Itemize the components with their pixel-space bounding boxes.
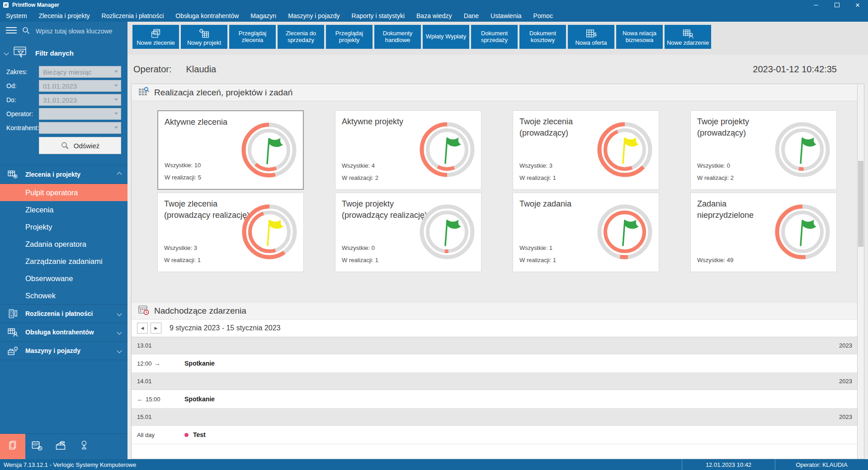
nav-group-rozliczenia-i-p-atno-ci[interactable]: Rozliczenia i płatności [0, 305, 127, 323]
filter-field-value: 31.01.2023 [43, 96, 77, 104]
toolbar-button-label: Dokument sprzedaży [472, 30, 517, 43]
close-button[interactable]: ✕ [847, 0, 868, 10]
menu-item-maszyny-i-pojazdy[interactable]: Maszyny i pojazdy [282, 10, 345, 22]
minimize-button[interactable] [806, 0, 826, 10]
toolbar-button-nowe-zdarzenie[interactable]: Nowe zdarzenie [665, 25, 711, 49]
dashboard-card-twoje-zlecenia-prowadz-cy-realizacj[interactable]: Twoje zlecenia (prowadzący realizację) W… [157, 193, 304, 272]
nav-group-obs-uga-kontrahent-w[interactable]: Obsługa kontrahentów [0, 323, 127, 342]
search-input[interactable] [35, 27, 122, 35]
warehouse-tab[interactable] [49, 434, 72, 459]
svg-text:$: $ [594, 32, 597, 37]
sidebar-item-zadania-operatora[interactable]: Zadania operatora [0, 235, 127, 253]
toolbar-button-nowa-relacja-biznesowa[interactable]: Nowa relacja biznesowa [616, 25, 663, 49]
filter-field-od-select[interactable]: 01.01.2023 [39, 80, 121, 92]
events-week-nav: ◀ ▶ 9 stycznia 2023 - 15 stycznia 2023 [132, 320, 864, 337]
filter-field-kontrahent-select[interactable] [39, 122, 121, 134]
toolbar-button-nowy-projekt[interactable]: Nowy projekt [181, 25, 227, 49]
sidebar-bottom-tabs [0, 433, 127, 459]
toolbar-button-dokumenty-handlowe[interactable]: Dokumenty handlowe [374, 25, 421, 49]
card-stat-line: W realizacji: 2 [342, 172, 378, 184]
events-section-title: Nadchodzące zdarzenia [154, 306, 246, 316]
next-week-button[interactable]: ▶ [151, 323, 161, 334]
event-year: 2023 [839, 342, 852, 349]
dashboard-card-zadania-nieprzydzielone[interactable]: Zadania nieprzydzielone Wszystkie: 49 [690, 193, 837, 272]
filter-title: Filtr danych [35, 49, 74, 57]
chevron-down-icon [117, 329, 122, 334]
refresh-button-label: Odśwież [74, 142, 100, 150]
menu-item-baza-wiedzy[interactable]: Baza wiedzy [410, 10, 458, 22]
card-stat-line: Wszystkie: 0 [697, 160, 734, 172]
calendar-tab-icon [31, 440, 43, 453]
chevron-down-icon [117, 311, 122, 316]
dashboard-card-twoje-projekty-prowadz-cy[interactable]: Twoje projekty (prowadzący) Wszystkie: 0… [690, 110, 837, 190]
card-stats: Wszystkie: 1W realizacji: 1 [519, 242, 556, 266]
sidebar-item-zlecenia[interactable]: Zlecenia [0, 201, 127, 218]
nav-group-zlecenia-i-projekty[interactable]: Zlecenia i projekty [0, 165, 127, 184]
event-title: Spotkanie [184, 360, 215, 367]
filter-field-label: Operator: [6, 110, 39, 118]
event-title-text: Spotkanie [184, 395, 215, 403]
filter-field-do-select[interactable]: 31.01.2023 [39, 94, 121, 106]
new-order-icon [150, 28, 162, 40]
sidebar-item-obserwowane[interactable]: Obserwowane [0, 270, 127, 287]
menu-item-ustawienia[interactable]: Ustawienia [485, 10, 527, 22]
app-window: Printflow Manager ✕ SystemZlecenia i pro… [0, 0, 868, 470]
filter-field-zakres-select[interactable]: Bieżący miesiąc [39, 66, 121, 78]
toolbar-button-wp-aty-wyp-aty[interactable]: Wpłaty Wypłaty [423, 25, 469, 49]
toolbar-button-przegl-daj-projekty[interactable]: Przeglądaj projekty [326, 25, 373, 49]
toolbar-button-label: Zlecenia do sprzedaży [278, 30, 323, 43]
vertical-scrollbar[interactable] [857, 84, 864, 459]
toolbar-button-dokument-sprzeda-y[interactable]: Dokument sprzedaży [471, 25, 518, 49]
filter-row-od: Od:01.01.2023 [6, 80, 121, 92]
sidebar-item-schowek[interactable]: Schowek [0, 287, 127, 304]
filter-field-operator-select[interactable] [39, 108, 121, 120]
scrollbar-thumb[interactable] [858, 161, 863, 247]
toolbar-button-nowa-oferta[interactable]: $Nowa oferta [568, 25, 614, 49]
ideas-tab[interactable] [72, 434, 96, 459]
menu-item-raporty-i-statystyki[interactable]: Raporty i statystyki [346, 10, 410, 22]
documents-tab[interactable] [0, 434, 25, 459]
toolbar-button-zlecenia-do-sprzeda-y[interactable]: Zlecenia do sprzedaży [278, 25, 324, 49]
menu-item-magazyn[interactable]: Magazyn [245, 10, 282, 22]
toolbar-button-dokument-kosztowy[interactable]: Dokument kosztowy [519, 25, 566, 49]
toolbar-button-przegl-daj-zlecenia[interactable]: Przeglądaj zlecenia [229, 25, 276, 49]
maximize-button[interactable] [826, 0, 847, 10]
new-offer-icon: $ [585, 28, 597, 40]
refresh-button[interactable]: Odśwież [39, 137, 121, 154]
statusbar-right: 12.01.2023 10:42 Operator: KLAUDIA [682, 459, 868, 470]
event-row-spotkanie[interactable]: ←15:00Spotkanie [132, 390, 864, 409]
event-row-test[interactable]: All dayTest [132, 426, 864, 444]
menu-item-zlecenia-i-projekty[interactable]: Zlecenia i projekty [33, 10, 96, 22]
prev-week-button[interactable]: ◀ [137, 323, 148, 334]
menu-item-rozliczenia-i-p-atno-ci[interactable]: Rozliczenia i płatności [96, 10, 170, 22]
menu-item-dane[interactable]: Dane [458, 10, 485, 22]
new-event-icon [682, 28, 694, 40]
dashboard-card-aktywne-zlecenia[interactable]: Aktywne zlecenia Wszystkie: 10W realizac… [157, 110, 304, 190]
right-arrow-icon: ▶ [155, 326, 158, 330]
menu-item-obs-uga-kontrahent-w[interactable]: Obsługa kontrahentów [170, 10, 245, 22]
dashboard-card-twoje-zadania[interactable]: Twoje zadania Wszystkie: 1W realizacji: … [513, 193, 659, 272]
sidebar-item-projekty[interactable]: Projekty [0, 218, 127, 235]
toolbar-button-nowe-zlecenie[interactable]: Nowe zlecenie [132, 25, 179, 49]
dashboard-card-twoje-zlecenia-prowadz-cy[interactable]: Twoje zlecenia (prowadzący) Wszystkie: 3… [513, 110, 659, 190]
nav-group-label: Zlecenia i projekty [25, 171, 80, 178]
sidebar-item-pulpit-operatora[interactable]: Pulpit operatora [0, 184, 127, 201]
filter-header[interactable]: Filtr danych [0, 45, 127, 61]
event-time-text: All day [137, 432, 155, 438]
sidebar-item-zarz-dzanie-zadaniami[interactable]: Zarządzanie zadaniami [0, 253, 127, 270]
dropdown-arrow-icon [114, 113, 118, 115]
card-stat-line: W realizacji: 1 [164, 254, 201, 266]
hamburger-menu-icon[interactable] [5, 26, 17, 36]
yellow-flag-progress-ring [241, 203, 298, 260]
menu-item-pomoc[interactable]: Pomoc [528, 10, 559, 22]
nav-group-maszyny-i-pojazdy[interactable]: Maszyny i pojazdy [0, 342, 127, 360]
toolbar-button-label: Dokumenty handlowe [375, 30, 420, 43]
arrow-left-icon: ← [137, 395, 143, 403]
event-row-spotkanie[interactable]: 12:00→Spotkanie [132, 354, 864, 373]
event-date-row: 15.012023 [132, 409, 864, 426]
calendar-tab[interactable] [25, 434, 49, 459]
dashboard-card-aktywne-projekty[interactable]: Aktywne projekty Wszystkie: 4W realizacj… [335, 110, 481, 190]
menu-item-system[interactable]: System [0, 10, 33, 22]
green-flag-progress-ring [419, 203, 476, 260]
dashboard-card-twoje-projekty-prowadz-cy-realizacj[interactable]: Twoje projekty (prowadzący realizację) W… [335, 193, 481, 272]
